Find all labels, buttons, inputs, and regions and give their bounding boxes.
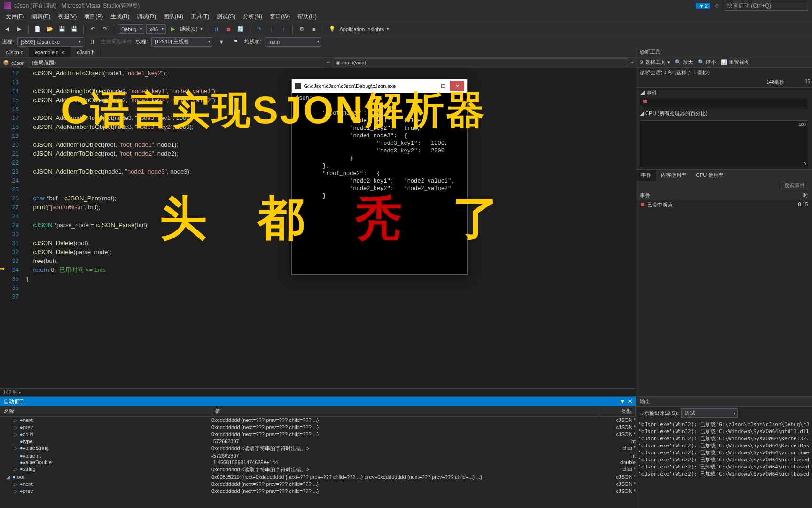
zoom-out-button[interactable]: 🔍 缩小 [698, 59, 716, 66]
output-title: 输出 [636, 397, 812, 407]
pin-icon[interactable]: ▼ [620, 398, 625, 405]
output-source-combo[interactable]: 调试 [681, 408, 738, 418]
document-tab[interactable]: example.c✕ [29, 47, 71, 57]
events-section-header[interactable]: ◢ 事件 [636, 88, 812, 98]
step-into-icon[interactable]: ↓ [266, 24, 276, 34]
feedback-icon[interactable]: ☺ [714, 2, 720, 9]
undo-icon[interactable]: ↶ [87, 24, 98, 34]
autos-row[interactable]: ▷● next0xdddddddd {next=??? prev=??? chi… [0, 417, 636, 424]
autos-row[interactable]: ◢● root0x008c5210 {next=0xdddddddd {next… [0, 474, 636, 481]
output-body[interactable]: "cJson.exe"(Win32): 已加载"G:\cJson\cJson\c… [636, 419, 812, 508]
close-button[interactable]: ✕ [450, 81, 464, 91]
diag-tab[interactable]: CPU 使用率 [691, 170, 728, 181]
maximize-button[interactable]: ☐ [436, 81, 450, 91]
scope-combo[interactable]: 📦 cJson [3, 60, 25, 66]
close-icon[interactable]: ✕ [628, 398, 632, 405]
nav-fwd-icon[interactable]: ▶ [14, 24, 24, 34]
menu-item[interactable]: 视图(V) [54, 11, 80, 22]
app-insights-label[interactable]: Application Insights [339, 26, 384, 32]
restart-icon[interactable]: 🔄 [235, 24, 246, 34]
save-all-icon[interactable]: 💾 [69, 24, 79, 34]
config-combo[interactable]: Debug [118, 24, 144, 34]
menu-item[interactable]: 测试(S) [213, 11, 239, 22]
diag-bottom-tabs: 事件内存使用率CPU 使用率 [636, 169, 812, 181]
menu-item[interactable]: 编辑(E) [28, 11, 54, 22]
menu-item[interactable]: 项目(P) [80, 11, 107, 22]
flag-icon[interactable]: ⚑ [230, 37, 241, 47]
new-file-icon[interactable]: 📄 [32, 24, 43, 34]
autos-row[interactable]: ▷● string0xdddddddd <读取字符串的字符时出错。>char * [0, 466, 636, 474]
console-output[interactable]: json: { "root_node1": { "node1_key1": fa… [292, 93, 467, 209]
thread-label: 线程: [136, 38, 148, 45]
thread-combo[interactable]: [12940] 主线程 [151, 37, 212, 47]
console-window[interactable]: G:\cJson\cJson\cJson\Debug\cJson.exe — ☐… [291, 79, 468, 275]
zoom-in-button[interactable]: 🔍 放大 [675, 59, 693, 66]
search-events[interactable]: 搜索事件 [636, 181, 812, 190]
stop-icon[interactable]: ⏹ [223, 24, 234, 34]
autos-row[interactable]: ▷● prev0xdddddddd {next=??? prev=??? chi… [0, 488, 636, 495]
diag-timeline-ruler[interactable]: 148毫秒 15 [636, 78, 812, 88]
autos-row[interactable]: ▷● prev0xdddddddd {next=??? prev=??? chi… [0, 424, 636, 431]
diag-toolbar: ⚙ 选择工具 ▾ 🔍 放大 🔍 缩小 📊 重置视图 [636, 57, 812, 68]
platform-combo[interactable]: x86 [146, 24, 166, 34]
autos-row[interactable]: ▷● child0xdddddddd {next=??? prev=??? ch… [0, 431, 636, 438]
function-combo[interactable]: ◉ main(void) [333, 58, 627, 67]
menu-item[interactable]: 生成(B) [107, 11, 133, 22]
code-navbar: 📦 cJson (全局范围) ▾ ◉ main(void) ▾ [0, 57, 636, 68]
breakpoint-marker-icon: ⏹ [642, 98, 648, 104]
minimize-button[interactable]: — [422, 81, 436, 91]
autos-grid-header: 名称 值 类型 [0, 406, 636, 417]
nav-back-icon[interactable]: ◀ [2, 24, 12, 34]
document-tab[interactable]: cJson.c [0, 47, 29, 57]
console-titlebar[interactable]: G:\cJson\cJson\cJson\Debug\cJson.exe — ☐… [292, 79, 467, 93]
step-out-icon[interactable]: ↑ [278, 24, 289, 34]
filter-icon[interactable]: ▼ [216, 37, 226, 47]
menubar: 文件(F)编辑(E)视图(V)项目(P)生成(B)调试(D)团队(M)工具(T)… [0, 11, 812, 22]
autos-row[interactable]: ● valueDouble-1.4568159901474629e+144dou… [0, 459, 636, 466]
menu-item[interactable]: 工具(T) [187, 11, 213, 22]
current-line-arrow-icon: ➡ [0, 265, 5, 272]
save-icon[interactable]: 💾 [57, 24, 67, 34]
quick-launch[interactable]: 快速启动 (Ctrl+Q) [724, 1, 808, 11]
menu-item[interactable]: 调试(D) [133, 11, 160, 22]
menu-item[interactable]: 分析(N) [239, 11, 266, 22]
tool-icon[interactable]: ⚙ [297, 24, 307, 34]
menu-item[interactable]: 窗口(W) [266, 11, 294, 22]
pause-icon[interactable]: ⏸ [211, 24, 221, 34]
document-tab[interactable]: cJson.h [71, 47, 101, 57]
autos-rows: ▷● next0xdddddddd {next=??? prev=??? chi… [0, 417, 636, 508]
step-over-icon[interactable]: ↷ [254, 24, 264, 34]
autos-header: 自动窗口 ▼ ✕ [0, 397, 636, 406]
tool-icon2[interactable]: ≡ [309, 24, 319, 34]
autos-row[interactable]: ● type-572662307int [0, 438, 636, 444]
diag-tab[interactable]: 内存使用率 [656, 170, 691, 181]
menu-item[interactable]: 帮助(H) [294, 11, 320, 22]
zoom-level[interactable]: 142 % ▾ [0, 388, 636, 396]
menu-item[interactable]: 团队(M) [160, 11, 187, 22]
events-track: ⏹ [640, 98, 808, 107]
menu-item[interactable]: 文件(F) [2, 11, 28, 22]
process-combo[interactable]: [5596] cJson.exe [17, 37, 83, 47]
autos-row[interactable]: ● valueInt-572662307int [0, 452, 636, 459]
lightbulb-icon[interactable]: 💡 [327, 24, 337, 34]
notification-badge[interactable]: ▼ 2 [696, 3, 710, 9]
window-title: cJson (正在调试) - Microsoft Visual Studio(管… [14, 2, 140, 10]
select-tools-button[interactable]: ⚙ 选择工具 ▾ [639, 59, 670, 66]
autos-row[interactable]: ▷● valueString0xdddddddd <读取字符串的字符时出错。>c… [0, 444, 636, 452]
open-file-icon[interactable]: 📂 [45, 24, 55, 34]
continue-label[interactable]: 继续(C) [180, 25, 197, 32]
cpu-graph: 100 0 [640, 120, 808, 167]
autos-row[interactable]: ▷● next0xdddddddd {next=??? prev=??? chi… [0, 481, 636, 488]
redo-icon[interactable]: ↷ [100, 24, 110, 34]
lifecycle-icon[interactable]: ⏸ [87, 37, 97, 47]
continue-button[interactable]: ▶ [168, 24, 178, 34]
process-label: 进程: [2, 38, 14, 45]
diag-session-info: 诊断会话: 0 秒 (选择了 1 毫秒) [636, 68, 812, 78]
cpu-section-header[interactable]: ◢ CPU (所有处理器的百分比) [636, 107, 812, 119]
reset-view-button[interactable]: 📊 重置视图 [721, 59, 750, 66]
stackframe-combo[interactable]: main [265, 37, 321, 47]
event-row[interactable]: ⏹ 已命中断点 0.15 [636, 200, 812, 209]
global-scope-combo[interactable]: (全局范围) [29, 58, 323, 68]
output-toolbar: 显示输出来源(S): 调试 [636, 407, 812, 419]
diag-tab[interactable]: 事件 [636, 170, 656, 181]
